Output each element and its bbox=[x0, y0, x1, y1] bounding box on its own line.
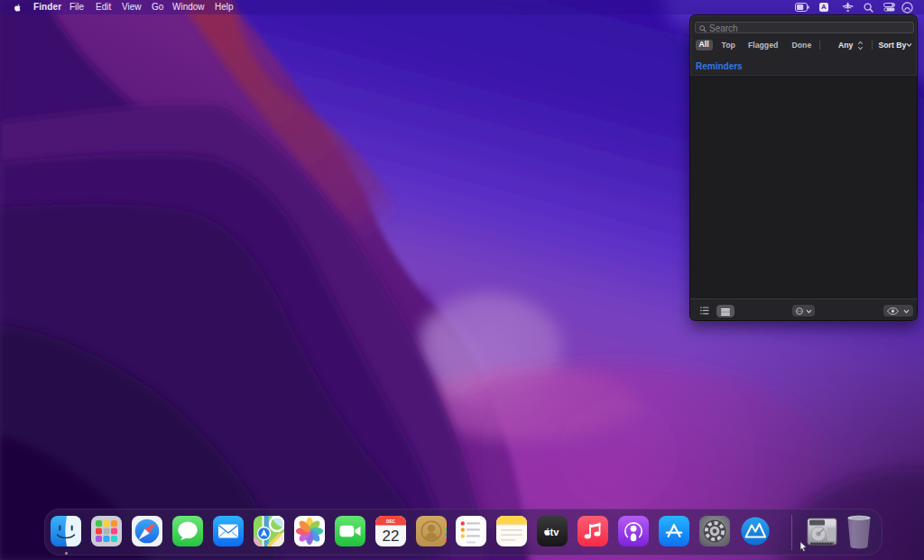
svg-text:22: 22 bbox=[383, 528, 400, 545]
svg-text:DEC: DEC bbox=[386, 519, 396, 524]
svg-text:tv: tv bbox=[550, 527, 560, 537]
